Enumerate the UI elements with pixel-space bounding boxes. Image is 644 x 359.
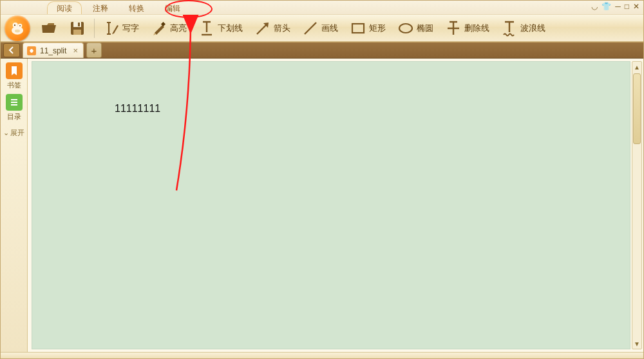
menu-tab-read[interactable]: 阅读 — [47, 1, 82, 14]
toolbar: 写字 高亮 下划线 箭头 画线 矩形 椭圆 — [1, 15, 643, 42]
nav-back-button[interactable] — [3, 43, 20, 57]
menu-bar: 阅读 注释 转换 编辑 ◡ 👕 ─ □ ✕ — [1, 1, 643, 15]
menu-tab-annotate[interactable]: 注释 — [83, 1, 118, 14]
folder-open-icon — [41, 20, 57, 37]
sidebar-item-bookmark[interactable]: 书签 — [4, 62, 24, 90]
ellipse-icon — [397, 20, 414, 37]
minimize-icon[interactable]: ─ — [615, 2, 621, 11]
svg-rect-7 — [73, 22, 81, 27]
underline-label: 下划线 — [218, 23, 243, 34]
arrow-icon — [254, 20, 271, 37]
svg-point-4 — [19, 25, 21, 26]
tab-close-icon[interactable]: × — [70, 46, 80, 55]
svg-rect-9 — [78, 23, 80, 26]
svg-point-5 — [15, 29, 20, 32]
svg-line-13 — [305, 23, 316, 34]
svg-rect-18 — [11, 102, 17, 103]
strikethrough-button[interactable]: 删除线 — [440, 16, 495, 41]
side-panel: 书签 目录 ⌄ 展开 — [1, 59, 28, 352]
document-tab-strip: 11_split × + — [1, 42, 643, 59]
open-button[interactable] — [35, 16, 62, 41]
chevron-down-icon: ⌄ — [3, 129, 9, 137]
underline-button[interactable]: 下划线 — [193, 16, 248, 41]
sidebar-item-toc[interactable]: 目录 — [4, 94, 24, 122]
bookmark-icon — [6, 62, 23, 79]
draw-line-button[interactable]: 画线 — [297, 16, 343, 41]
document-viewport: 11111111 ▲ ▼ — [28, 59, 643, 352]
arrow-button[interactable]: 箭头 — [249, 16, 296, 41]
svg-rect-19 — [11, 104, 17, 106]
svg-rect-17 — [11, 99, 17, 100]
sidebar-bookmark-label: 书签 — [7, 80, 21, 90]
toc-icon — [6, 94, 23, 111]
ellipse-label: 椭圆 — [417, 23, 433, 34]
scroll-up-icon[interactable]: ▲ — [632, 62, 641, 72]
highlighter-button[interactable]: 高亮 — [146, 16, 192, 41]
svg-rect-8 — [73, 30, 81, 35]
draw-line-label: 画线 — [321, 23, 338, 34]
maximize-icon[interactable]: □ — [625, 2, 629, 11]
rectangle-label: 矩形 — [369, 23, 386, 34]
menu-tab-convert[interactable]: 转换 — [119, 1, 154, 14]
text-cursor-icon — [103, 20, 120, 37]
write-text-label: 写字 — [122, 23, 139, 34]
rectangle-button[interactable]: 矩形 — [345, 16, 391, 41]
squiggly-icon — [501, 20, 518, 37]
new-tab-button[interactable]: + — [86, 42, 102, 58]
svg-rect-14 — [352, 24, 364, 33]
arrow-label: 箭头 — [274, 23, 290, 34]
highlighter-icon — [151, 20, 167, 37]
squiggly-button[interactable]: 波浪线 — [496, 16, 551, 41]
app-logo[interactable] — [5, 15, 30, 41]
main-area: 书签 目录 ⌄ 展开 11111111 ▲ ▼ — [1, 59, 643, 352]
status-bar — [1, 352, 643, 358]
scroll-thumb[interactable] — [633, 73, 641, 144]
save-icon — [69, 20, 86, 37]
document-page[interactable]: 11111111 — [32, 61, 630, 349]
sidebar-expand[interactable]: ⌄ 展开 — [3, 128, 24, 138]
squiggly-label: 波浪线 — [520, 23, 545, 34]
shirt-icon[interactable]: 👕 — [601, 2, 611, 11]
svg-point-3 — [14, 24, 15, 26]
doc-badge-icon — [27, 46, 36, 55]
document-tab[interactable]: 11_split × — [23, 42, 84, 58]
vertical-scrollbar[interactable]: ▲ ▼ — [632, 61, 642, 349]
skin-icon[interactable]: ◡ — [591, 2, 598, 11]
sidebar-expand-label: 展开 — [10, 128, 24, 138]
underline-icon — [198, 20, 215, 37]
save-button[interactable] — [64, 16, 91, 41]
strikethrough-icon — [445, 20, 462, 37]
scroll-down-icon[interactable]: ▼ — [632, 338, 641, 349]
svg-point-15 — [399, 24, 412, 33]
ellipse-button[interactable]: 椭圆 — [392, 16, 439, 41]
highlighter-label: 高亮 — [170, 23, 187, 34]
write-text-button[interactable]: 写字 — [98, 16, 144, 41]
document-text: 11111111 — [115, 103, 160, 115]
document-tab-title: 11_split — [40, 46, 66, 55]
svg-rect-10 — [161, 21, 166, 26]
close-icon[interactable]: ✕ — [633, 2, 639, 11]
line-icon — [302, 20, 319, 37]
menu-tab-edit[interactable]: 编辑 — [155, 1, 190, 14]
rectangle-icon — [350, 20, 366, 37]
sidebar-toc-label: 目录 — [7, 112, 21, 122]
strikethrough-label: 删除线 — [464, 23, 489, 34]
